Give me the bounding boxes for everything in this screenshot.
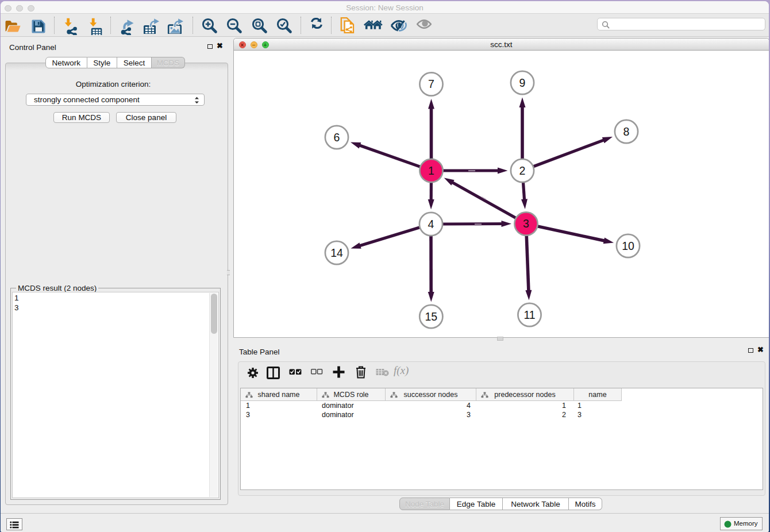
svg-text:1: 1 — [428, 164, 434, 177]
svg-text:2: 2 — [519, 164, 526, 177]
svg-text:3: 3 — [523, 217, 529, 230]
svg-text:8: 8 — [623, 125, 630, 138]
svg-text:9: 9 — [519, 76, 526, 89]
svg-text:10: 10 — [622, 240, 634, 252]
svg-text:4: 4 — [428, 218, 434, 230]
svg-text:14: 14 — [330, 246, 343, 259]
svg-text:6: 6 — [334, 131, 340, 144]
svg-text:7: 7 — [428, 78, 434, 90]
svg-text:15: 15 — [425, 310, 437, 323]
svg-text:11: 11 — [523, 309, 535, 321]
